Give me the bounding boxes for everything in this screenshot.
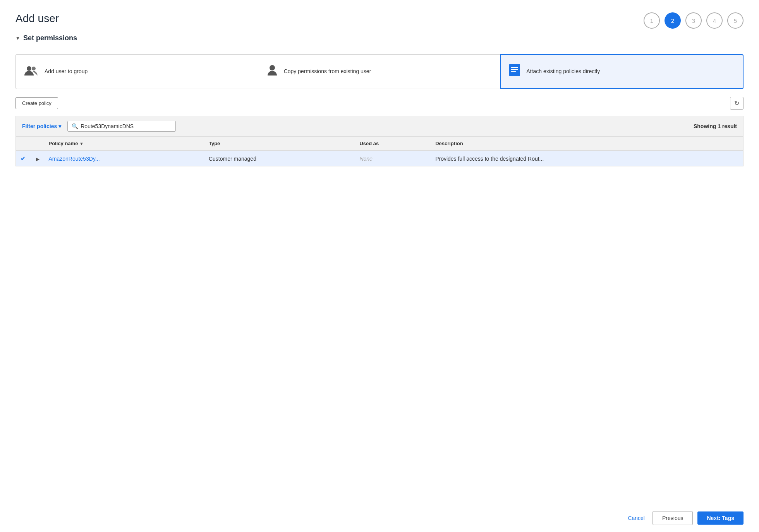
policy-name-column-header: Policy name ▼ [44, 137, 204, 151]
used-as-column-header: Used as [355, 137, 431, 151]
type-column-header: Type [204, 137, 355, 151]
used-as-cell: None [355, 151, 431, 166]
create-policy-button[interactable]: Create policy [15, 97, 58, 109]
svg-rect-4 [511, 67, 518, 68]
permission-options: Add user to group Copy permissions from … [15, 54, 744, 89]
step-4[interactable]: 4 [706, 12, 723, 29]
step-1[interactable]: 1 [644, 12, 660, 29]
checkbox-checked-icon: ✔ [21, 155, 26, 162]
step-3[interactable]: 3 [685, 12, 702, 29]
showing-result: Showing 1 result [694, 123, 737, 129]
policy-name-cell: AmazonRoute53Dy... [44, 151, 204, 166]
svg-rect-6 [511, 71, 516, 72]
svg-point-0 [27, 66, 31, 71]
section-title: Set permissions [23, 34, 77, 42]
permission-card-copy-permissions[interactable]: Copy permissions from existing user [258, 54, 500, 89]
svg-point-2 [270, 65, 275, 70]
copy-permissions-label: Copy permissions from existing user [284, 68, 371, 76]
step-indicators: 1 2 3 4 5 [644, 12, 744, 29]
expand-arrow-icon[interactable]: ▶ [36, 156, 39, 162]
refresh-button[interactable]: ↻ [730, 97, 744, 110]
description-column-header: Description [431, 137, 743, 151]
cancel-link[interactable]: Cancel [628, 515, 645, 521]
permission-card-add-user-to-group[interactable]: Add user to group [15, 54, 258, 89]
expand-column-header [31, 137, 44, 151]
table-row: ✔ ▶ AmazonRoute53Dy... Customer managed … [16, 151, 744, 166]
description-cell: Provides full access to the designated R… [431, 151, 743, 166]
document-icon [508, 63, 521, 80]
search-input[interactable] [81, 123, 166, 129]
section-header: ▼ Set permissions [15, 34, 744, 47]
search-icon: 🔍 [72, 123, 78, 129]
used-as-none-label: None [359, 156, 372, 162]
type-cell: Customer managed [204, 151, 355, 166]
filter-chevron-icon: ▾ [58, 123, 61, 129]
svg-rect-5 [511, 69, 518, 70]
table-header-row: Policy name ▼ Type Used as Description [16, 137, 744, 151]
toolbar-row: Create policy ↻ [15, 97, 744, 110]
filter-bar: Filter policies ▾ 🔍 Showing 1 result [15, 116, 744, 136]
bottom-bar: Cancel Previous Next: Tags [0, 504, 759, 532]
policies-table: Policy name ▼ Type Used as Description ✔… [15, 136, 744, 166]
step-5[interactable]: 5 [727, 12, 744, 29]
row-expand[interactable]: ▶ [31, 151, 44, 166]
filter-policies-label: Filter policies [22, 123, 57, 129]
next-button[interactable]: Next: Tags [697, 511, 744, 525]
page-title: Add user [15, 12, 744, 25]
user-icon [266, 64, 278, 79]
section-collapse-arrow[interactable]: ▼ [15, 36, 20, 41]
previous-button[interactable]: Previous [653, 511, 693, 525]
step-2[interactable]: 2 [665, 12, 681, 29]
permission-card-attach-policies[interactable]: Attach existing policies directly [500, 54, 744, 89]
attach-policies-label: Attach existing policies directly [526, 68, 600, 76]
sort-arrow-icon[interactable]: ▼ [79, 141, 84, 146]
filter-policies-button[interactable]: Filter policies ▾ [22, 123, 61, 129]
svg-point-1 [32, 67, 36, 70]
checkbox-column-header [16, 137, 31, 151]
add-user-to-group-label: Add user to group [45, 68, 88, 76]
policy-name-link[interactable]: AmazonRoute53Dy... [49, 156, 100, 162]
row-checkbox[interactable]: ✔ [16, 151, 31, 166]
svg-rect-3 [509, 64, 520, 76]
group-icon [24, 64, 39, 79]
search-box: 🔍 [67, 121, 176, 132]
